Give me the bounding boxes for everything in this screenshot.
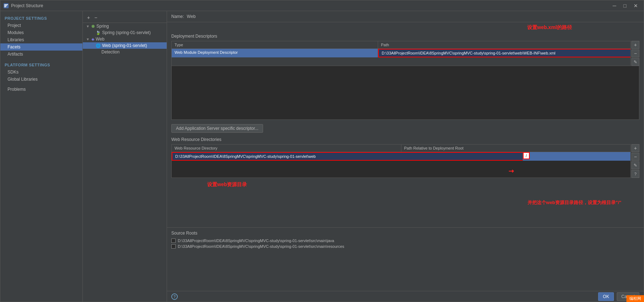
wrd-path-header: Path Relative to Deployment Root (401, 145, 631, 152)
type-header: Type (172, 41, 378, 48)
source-checkbox-1[interactable] (171, 244, 176, 249)
wrd-table-container: Web Resource Directory Path Relative to … (171, 144, 631, 178)
spring-icon: ⬟ (91, 24, 95, 29)
wrd-dir-header: Web Resource Directory (172, 145, 401, 152)
edit-descriptor-button[interactable]: ✎ (631, 58, 639, 66)
annotation-webxml: 设置web.xml的路径 (167, 22, 644, 31)
minimize-button[interactable]: ─ (610, 2, 619, 9)
add-wrd-button[interactable]: + (631, 144, 639, 152)
ok-button[interactable]: OK (598, 292, 614, 301)
root-annotation-text: 并把这个web资源目录路径，设置为根目录"/" (528, 199, 621, 206)
sidebar-divider-1 (0, 58, 82, 61)
tree-web-item[interactable]: 🌐 Web (spring-01-servlet) (83, 42, 167, 49)
spring-expand-icon: ▼ (86, 24, 90, 28)
source-checkbox-0[interactable] (171, 239, 176, 243)
sidebar-item-libraries[interactable]: Libraries (0, 36, 82, 43)
spring-item-label: Spring (spring-01-servlet) (102, 30, 151, 35)
watermark: 编程网 (626, 295, 644, 302)
tree-toolbar: + − (83, 13, 167, 23)
web-expand-icon: ▼ (86, 37, 90, 41)
wrd-rel-path-cell: / (523, 152, 530, 159)
svg-rect-3 (4, 6, 6, 7)
name-row: Name: Web (167, 11, 644, 22)
web-group-icon: ◈ (91, 37, 94, 42)
tree-spring-group[interactable]: ▼ ⬟ Spring (83, 23, 167, 29)
add-facet-button[interactable]: + (86, 14, 91, 21)
remove-facet-button[interactable]: − (93, 14, 99, 21)
wrd-table-row[interactable]: D:\33AllProjectRoom\IDEA\8SpringMVC\spri… (172, 152, 630, 161)
deployment-table-container: Type Path Web Module Deployment Descript… (171, 41, 631, 66)
sidebar-item-problems[interactable]: Problems (0, 86, 82, 93)
tree-detection-item[interactable]: Detection (83, 49, 167, 55)
wrd-annotation-text: 设置web资源目录 (207, 181, 247, 188)
sidebar-item-project[interactable]: Project (0, 22, 82, 29)
bottom-left-area: ? (171, 293, 178, 300)
name-value: Web (187, 14, 195, 19)
add-descriptor-button[interactable]: + (631, 41, 639, 49)
deployment-table-header: Type Path (172, 41, 630, 49)
add-server-btn-area: Add Application Server specific descript… (167, 123, 644, 134)
web-resource-directories-section: Web Resource Directories Web Resource Di… (167, 134, 644, 227)
spring-group-label: Spring (96, 24, 109, 29)
sidebar-item-global-libraries[interactable]: Global Libraries (0, 76, 82, 83)
source-root-item-1: D:\33AllProjectRoom\IDEA\8SpringMVC\spri… (171, 244, 639, 249)
tree-spring-item[interactable]: 🍃 Spring (spring-01-servlet) (83, 29, 167, 36)
add-application-server-button[interactable]: Add Application Server specific descript… (171, 124, 263, 133)
spring-leaf-icon: 🍃 (96, 30, 101, 35)
wrd-dir-cell: D:\33AllProjectRoom\IDEA\8SpringMVC\spri… (172, 152, 523, 161)
window-title: Project Structure (11, 3, 610, 8)
detection-label: Detection (101, 49, 120, 55)
wrd-table-actions: + − ✎ ? (631, 144, 639, 178)
platform-settings-heading: Platform Settings (0, 61, 82, 69)
deployment-table-row[interactable]: Web Module Deployment Descriptor D:\33Al… (172, 49, 630, 57)
content-area: Project Settings Project Modules Librari… (0, 11, 644, 302)
tree-web-group[interactable]: ▼ ◈ Web (83, 36, 167, 42)
svg-rect-2 (4, 5, 7, 6)
deployment-table-actions: + − ✎ (631, 41, 639, 66)
web-group-label: Web (96, 37, 104, 42)
sidebar-item-sdks[interactable]: SDKs (0, 69, 82, 76)
bottom-bar: ? OK Cancel (167, 291, 644, 302)
window-controls: ─ □ ✕ (610, 2, 641, 9)
sidebar-divider-2 (0, 83, 82, 86)
project-settings-heading: Project Settings (0, 14, 82, 22)
webxml-annotation-text: 设置web.xml的路径 (527, 24, 572, 31)
path-header: Path (378, 41, 630, 48)
name-label: Name: (171, 14, 184, 19)
wrd-table-header: Web Resource Directory Path Relative to … (172, 145, 630, 152)
project-structure-window: Project Structure ─ □ ✕ Project Settings… (0, 0, 644, 302)
wrd-rel-cell-wrapper: / (523, 152, 630, 161)
deployment-empty-area (171, 66, 639, 120)
web-item-icon: 🌐 (96, 43, 101, 48)
deployment-descriptors-section: Deployment Descriptors Type Path Web Mod… (167, 31, 644, 123)
help-button[interactable]: ? (171, 293, 178, 300)
edit-wrd-button[interactable]: ✎ (631, 161, 639, 169)
deployment-path-cell: D:\33AllProjectRoom\IDEA\8SpringMVC\spri… (378, 49, 630, 57)
close-button[interactable]: ✕ (631, 2, 641, 9)
remove-descriptor-button[interactable]: − (631, 49, 639, 57)
window-icon (3, 3, 9, 9)
deployment-descriptors-label: Deployment Descriptors (171, 34, 639, 39)
facets-tree-panel: + − ▼ ⬟ Spring 🍃 Spring (spring-01-servl… (83, 11, 167, 302)
title-bar: Project Structure ─ □ ✕ (0, 0, 644, 11)
maximize-button[interactable]: □ (621, 2, 629, 9)
web-item-label: Web (spring-01-servlet) (102, 43, 147, 48)
remove-wrd-button[interactable]: − (631, 153, 639, 161)
wrd-annotation-area: 设置web资源目录 ↗ 并把这个web资源目录路径，设置为根目录"/" (171, 178, 639, 225)
web-resource-label: Web Resource Directories (171, 137, 639, 142)
source-roots-section: Source Roots D:\33AllProjectRoom\IDEA\8S… (167, 227, 644, 252)
main-content: Name: Web 设置web.xml的路径 Deployment Descri… (167, 11, 644, 302)
svg-rect-1 (4, 4, 8, 5)
source-path-0: D:\33AllProjectRoom\IDEA\8SpringMVC\spri… (178, 239, 334, 243)
source-roots-label: Source Roots (171, 231, 639, 236)
sidebar-item-modules[interactable]: Modules (0, 29, 82, 36)
source-path-1: D:\33AllProjectRoom\IDEA\8SpringMVC\spri… (178, 244, 344, 249)
sidebar: Project Settings Project Modules Librari… (0, 11, 83, 302)
deployment-type-cell: Web Module Deployment Descriptor (172, 49, 378, 57)
help-wrd-button[interactable]: ? (631, 170, 639, 178)
source-root-item-0: D:\33AllProjectRoom\IDEA\8SpringMVC\spri… (171, 238, 639, 244)
sidebar-item-facets[interactable]: Facets (0, 43, 82, 51)
wrd-table-wrapper: Web Resource Directory Path Relative to … (171, 144, 639, 178)
sidebar-item-artifacts[interactable]: Artifacts (0, 51, 82, 58)
